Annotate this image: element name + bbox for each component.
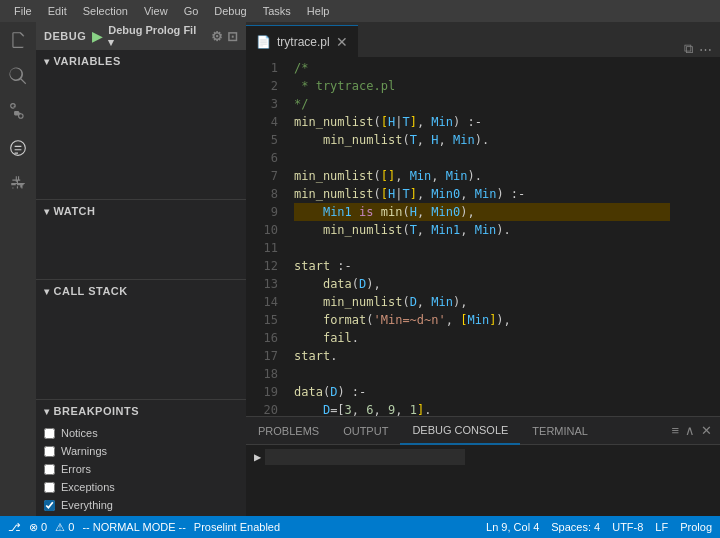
callstack-section: CALL STACK <box>36 279 246 399</box>
language-mode[interactable]: Prolog <box>680 521 712 533</box>
bp-checkbox-notices[interactable] <box>44 428 55 439</box>
breakpoints-header[interactable]: BREAKPOINTS <box>36 400 246 422</box>
cursor-position[interactable]: Ln 9, Col 4 <box>486 521 539 533</box>
editor-area: 📄 trytrace.pl ✕ ⧉ ⋯ 1 2 3 4 5 6 7 8 9 10 <box>246 22 720 516</box>
line-numbers: 1 2 3 4 5 6 7 8 9 10 11 12 13 14 15 16 1… <box>246 57 286 416</box>
menu-help[interactable]: Help <box>301 3 336 19</box>
bp-label-exceptions: Exceptions <box>61 481 115 493</box>
bp-label-warnings: Warnings <box>61 445 107 457</box>
main-container: DEBUG ▶ Debug Prolog Fil ▾ ⚙ ⊡ VARIABLES… <box>0 22 720 516</box>
menu-selection[interactable]: Selection <box>77 3 134 19</box>
code-editor[interactable]: 1 2 3 4 5 6 7 8 9 10 11 12 13 14 15 16 1… <box>246 57 720 416</box>
breakpoints-section: BREAKPOINTS Notices Warnings Errors Exce… <box>36 399 246 516</box>
tab-close-button[interactable]: ✕ <box>336 34 348 50</box>
bp-label-notices: Notices <box>61 427 98 439</box>
panel-tab-right-icons: ≡ ∧ ✕ <box>663 423 720 438</box>
bp-checkbox-exceptions[interactable] <box>44 482 55 493</box>
watch-section: WATCH <box>36 199 246 279</box>
tab-terminal[interactable]: TERMINAL <box>520 417 600 445</box>
code-content[interactable]: /* * trytrace.pl */ min_numlist([H|T], M… <box>286 57 670 416</box>
debug-toolbar-icons: ⚙ ⊡ <box>211 29 238 44</box>
bp-label-everything: Everything <box>61 499 113 511</box>
warning-number: 0 <box>68 521 74 533</box>
bp-checkbox-warnings[interactable] <box>44 446 55 457</box>
bp-label-errors: Errors <box>61 463 91 475</box>
source-control-icon[interactable] <box>4 98 32 126</box>
extensions-icon[interactable] <box>4 170 32 198</box>
settings-icon[interactable]: ⚙ <box>211 29 223 44</box>
debug-icon[interactable] <box>4 134 32 162</box>
menu-file[interactable]: File <box>8 3 38 19</box>
debug-config-dropdown[interactable]: Debug Prolog Fil ▾ <box>108 24 205 49</box>
status-right: Ln 9, Col 4 Spaces: 4 UTF-8 LF Prolog <box>486 521 712 533</box>
sidebar: DEBUG ▶ Debug Prolog Fil ▾ ⚙ ⊡ VARIABLES… <box>36 22 246 516</box>
variables-section: VARIABLES <box>36 50 246 199</box>
bp-item-warnings: Warnings <box>44 442 238 460</box>
menu-view[interactable]: View <box>138 3 174 19</box>
play-button[interactable]: ▶ <box>92 29 102 44</box>
panel-content: ▶ <box>246 445 720 516</box>
status-left: ⎇ ⊗ 0 ⚠ 0 -- NORMAL MODE -- Proselint En… <box>8 521 280 534</box>
mini-map <box>670 57 720 416</box>
clear-console-icon[interactable]: ≡ <box>671 423 679 438</box>
debug-console-prompt: ▶ <box>254 449 465 465</box>
breakpoints-list: Notices Warnings Errors Exceptions Every… <box>36 422 246 516</box>
menu-edit[interactable]: Edit <box>42 3 73 19</box>
tab-trytrace[interactable]: 📄 trytrace.pl ✕ <box>246 25 358 57</box>
error-icon: ⊗ <box>29 521 38 533</box>
split-editor-icon[interactable]: ⧉ <box>684 41 693 57</box>
bp-item-exceptions: Exceptions <box>44 478 238 496</box>
search-icon[interactable] <box>4 62 32 90</box>
git-icon: ⎇ <box>8 521 21 534</box>
tab-output[interactable]: OUTPUT <box>331 417 400 445</box>
tab-problems[interactable]: PROBLEMS <box>246 417 331 445</box>
watch-header[interactable]: WATCH <box>36 200 246 222</box>
more-actions-icon[interactable]: ⋯ <box>699 42 712 57</box>
error-number: 0 <box>41 521 47 533</box>
tab-bar: 📄 trytrace.pl ✕ ⧉ ⋯ <box>246 22 720 57</box>
debug-console-input[interactable] <box>265 449 465 465</box>
debug-header: DEBUG ▶ Debug Prolog Fil ▾ ⚙ ⊡ <box>36 22 246 50</box>
bp-item-everything: Everything <box>44 496 238 514</box>
vim-mode: -- NORMAL MODE -- <box>82 521 185 533</box>
linter-status: Proselint Enabled <box>194 521 280 533</box>
status-bar: ⎇ ⊗ 0 ⚠ 0 -- NORMAL MODE -- Proselint En… <box>0 516 720 538</box>
menu-tasks[interactable]: Tasks <box>257 3 297 19</box>
menu-debug[interactable]: Debug <box>208 3 252 19</box>
debug-label: DEBUG <box>44 30 86 42</box>
warning-count[interactable]: ⚠ 0 <box>55 521 74 534</box>
warning-icon: ⚠ <box>55 521 65 533</box>
bp-item-notices: Notices <box>44 424 238 442</box>
panel-tab-bar: PROBLEMS OUTPUT DEBUG CONSOLE TERMINAL ≡… <box>246 417 720 445</box>
prompt-arrow: ▶ <box>254 450 261 464</box>
menu-bar: File Edit Selection View Go Debug Tasks … <box>0 0 720 22</box>
error-count[interactable]: ⊗ 0 <box>29 521 47 534</box>
tab-filename: trytrace.pl <box>277 35 330 49</box>
encoding[interactable]: UTF-8 <box>612 521 643 533</box>
menu-go[interactable]: Go <box>178 3 205 19</box>
activity-bar <box>0 22 36 516</box>
callstack-header[interactable]: CALL STACK <box>36 280 246 302</box>
panel-up-icon[interactable]: ∧ <box>685 423 695 438</box>
tab-right-icons: ⧉ ⋯ <box>676 41 720 57</box>
tab-file-icon: 📄 <box>256 35 271 49</box>
bottom-panel: PROBLEMS OUTPUT DEBUG CONSOLE TERMINAL ≡… <box>246 416 720 516</box>
indentation[interactable]: Spaces: 4 <box>551 521 600 533</box>
bp-item-errors: Errors <box>44 460 238 478</box>
tab-debug-console[interactable]: DEBUG CONSOLE <box>400 417 520 445</box>
bp-checkbox-errors[interactable] <box>44 464 55 475</box>
bp-checkbox-everything[interactable] <box>44 500 55 511</box>
more-icon[interactable]: ⊡ <box>227 29 238 44</box>
line-ending[interactable]: LF <box>655 521 668 533</box>
variables-header[interactable]: VARIABLES <box>36 50 246 72</box>
panel-close-icon[interactable]: ✕ <box>701 423 712 438</box>
explorer-icon[interactable] <box>4 26 32 54</box>
